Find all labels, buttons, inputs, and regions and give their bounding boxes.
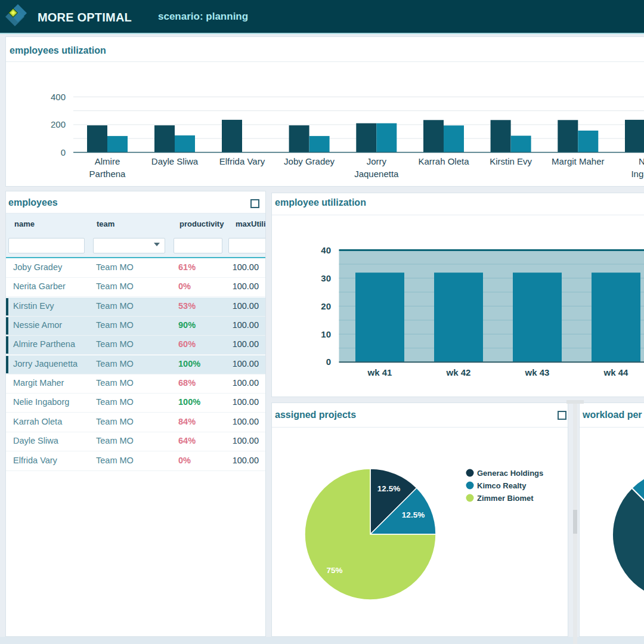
svg-text:Parthena: Parthena	[89, 169, 126, 179]
svg-text:30: 30	[321, 273, 331, 283]
svg-text:0: 0	[61, 147, 66, 157]
svg-text:Zimmer Biomet: Zimmer Biomet	[477, 494, 534, 503]
svg-text:wk 42: wk 42	[446, 367, 471, 377]
svg-text:wk 44: wk 44	[603, 367, 629, 377]
svg-text:10: 10	[321, 329, 331, 339]
svg-text:Kirstin Evy: Kirstin Evy	[490, 156, 532, 166]
svg-text:wk 43: wk 43	[525, 367, 550, 377]
svg-text:Jorry: Jorry	[367, 156, 387, 166]
svg-text:200: 200	[51, 119, 66, 129]
svg-text:75%: 75%	[326, 566, 342, 575]
svg-text:Ingaborg: Ingaborg	[631, 169, 644, 179]
svg-text:Elfrida Vary: Elfrida Vary	[219, 156, 265, 166]
svg-text:12.5%: 12.5%	[402, 510, 425, 519]
svg-text:400: 400	[51, 92, 66, 102]
svg-text:Kimco Realty: Kimco Realty	[477, 481, 527, 490]
svg-text:Almire: Almire	[95, 156, 120, 166]
svg-text:Karrah Oleta: Karrah Oleta	[418, 156, 469, 166]
svg-text:wk 41: wk 41	[367, 367, 392, 377]
svg-text:Joby Gradey: Joby Gradey	[284, 156, 335, 166]
svg-text:Nelie: Nelie	[639, 156, 644, 166]
svg-text:Jaquenetta: Jaquenetta	[354, 169, 399, 179]
svg-text:Dayle Sliwa: Dayle Sliwa	[151, 156, 199, 166]
svg-text:Margit Maher: Margit Maher	[552, 156, 604, 166]
svg-text:Generac Holdings: Generac Holdings	[477, 469, 543, 478]
svg-text:12.5%: 12.5%	[377, 484, 400, 493]
svg-text:0: 0	[326, 357, 331, 367]
svg-text:40: 40	[321, 245, 331, 255]
svg-text:20: 20	[321, 301, 331, 311]
